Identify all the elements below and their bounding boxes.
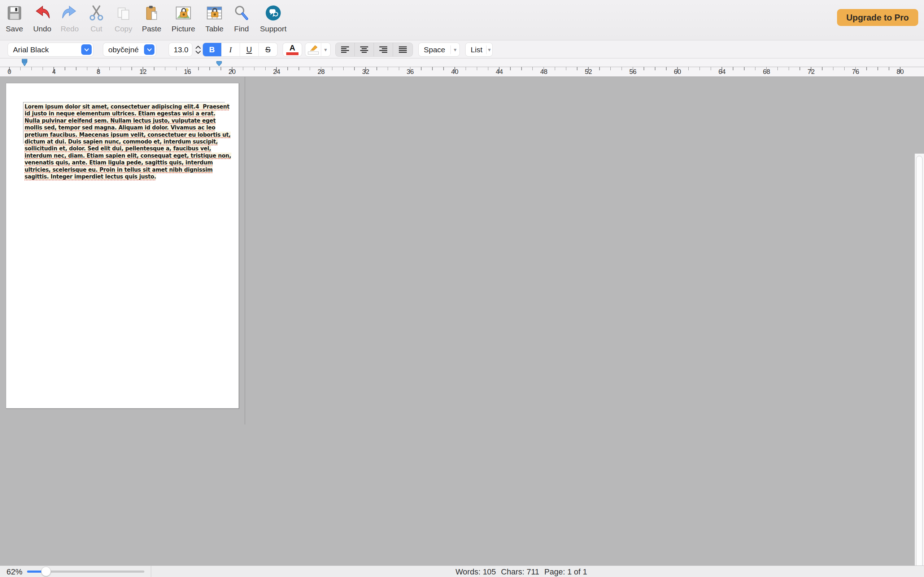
list-label: List (465, 45, 486, 54)
document-line: sagittis. Integer imperdiet lectus quis … (24, 174, 231, 180)
horizontal-ruler: 048121620242832364044485256606468727680 (0, 58, 924, 77)
list-dropdown[interactable]: List ▾ (465, 43, 492, 56)
align-justify-button[interactable] (393, 43, 412, 56)
strikethrough-button[interactable]: S (259, 43, 278, 56)
ruler-label: 64 (718, 68, 725, 76)
clipboard-icon (142, 3, 161, 23)
save-label: Save (6, 24, 23, 33)
right-indent-marker[interactable] (216, 61, 222, 66)
undo-arrow-icon (33, 3, 52, 23)
indent-marker[interactable] (21, 59, 28, 67)
align-left-button[interactable] (336, 43, 355, 56)
support-label: Support (260, 24, 287, 33)
ruler-label: 76 (852, 68, 859, 76)
undo-label: Undo (33, 24, 51, 33)
font-name-select[interactable]: Arial Black (8, 43, 93, 56)
find-label: Find (234, 24, 249, 33)
space-dropdown[interactable]: Space ▾ (419, 43, 459, 56)
ruler-label: 20 (228, 68, 236, 76)
align-right-icon (379, 46, 388, 54)
status-bar: 62% Words: 105 Chars: 711 Page: 1 of 1 (0, 566, 924, 577)
format-toolbar: Arial Black obyčejné 13.0 B I U S A ▾ (0, 40, 924, 58)
space-label: Space (419, 45, 451, 54)
ruler-label: 4 (52, 68, 56, 76)
redo-label: Redo (61, 24, 79, 33)
underline-button[interactable]: U (240, 43, 259, 56)
ruler-label: 52 (585, 68, 592, 76)
document-line: pretium faucibus. Maecenas ipsum velit, … (24, 132, 231, 139)
document-text[interactable]: Lorem ipsum dolor sit amet, consectetuer… (24, 103, 231, 180)
find-button[interactable]: Find (224, 3, 259, 33)
chevron-up-icon (195, 45, 201, 49)
align-right-button[interactable] (374, 43, 393, 56)
alignment-group (336, 43, 412, 56)
chevron-down-icon (195, 50, 201, 55)
ruler-label: 72 (808, 68, 815, 76)
highlighter-icon (305, 43, 321, 56)
main-toolbar: Save Undo Redo Cut Copy Paste Pi (0, 0, 924, 40)
bold-button[interactable]: B (203, 43, 221, 56)
font-color-swatch (286, 52, 299, 55)
scissors-icon (87, 3, 106, 23)
char-count: Chars: 711 (501, 567, 539, 577)
picture-button[interactable]: Picture (166, 3, 201, 33)
ruler-label: 44 (496, 68, 503, 76)
copy-pages-icon (114, 3, 133, 23)
ruler-label: 24 (273, 68, 280, 76)
document-workspace: Lorem ipsum dolor sit amet, consectetuer… (0, 77, 924, 566)
upgrade-to-pro-button[interactable]: Upgrade to Pro (837, 9, 918, 26)
italic-button[interactable]: I (221, 43, 241, 56)
document-line: Lorem ipsum dolor sit amet, consectetuer… (24, 103, 231, 110)
ruler-label: 80 (897, 68, 904, 76)
list-dropdown-arrow[interactable]: ▾ (486, 47, 492, 53)
ruler-label: 48 (540, 68, 548, 76)
ruler-label: 36 (407, 68, 414, 76)
chevron-down-icon[interactable] (144, 44, 155, 55)
font-size-stepper[interactable] (194, 43, 203, 56)
table-label: Table (205, 24, 223, 33)
redo-arrow-icon (60, 3, 79, 23)
document-page[interactable]: Lorem ipsum dolor sit amet, consectetuer… (6, 83, 239, 409)
align-center-button[interactable] (355, 43, 374, 56)
zoom-slider-thumb[interactable] (41, 567, 51, 576)
paste-button[interactable]: Paste (134, 3, 169, 33)
word-count: Words: 105 (456, 567, 496, 577)
magnifier-icon (232, 3, 251, 23)
highlight-dropdown-arrow[interactable]: ▾ (321, 47, 330, 53)
document-line: interdum nec, diam. Etiam sapien elit, c… (24, 153, 231, 160)
paste-label: Paste (142, 24, 162, 33)
support-button[interactable]: Support (256, 3, 291, 33)
zoom-level: 62% (6, 567, 23, 577)
text-frame-border (23, 102, 225, 102)
cut-label: Cut (90, 24, 102, 33)
font-size-input[interactable]: 13.0 (169, 43, 192, 56)
highlight-button[interactable]: ▾ (305, 43, 330, 56)
table-locked-icon (205, 3, 224, 23)
font-size-value: 13.0 (169, 45, 192, 54)
document-line: Nulla pulvinar eleifend sem. Nullam lect… (24, 118, 231, 124)
vertical-scrollbar[interactable] (914, 154, 924, 577)
align-left-icon (340, 46, 350, 54)
document-line: dictum at dui. Duis sapien nunc, commodo… (24, 139, 231, 145)
ruler-label: 8 (97, 68, 100, 76)
font-color-letter: A (289, 44, 295, 52)
font-name-value: Arial Black (8, 45, 81, 54)
ruler-label: 0 (8, 68, 11, 76)
space-dropdown-arrow[interactable]: ▾ (451, 47, 459, 53)
document-line: id justo in neque elementum ultrices. Et… (24, 110, 231, 117)
font-color-button[interactable]: A (283, 43, 302, 56)
text-frame-border (23, 102, 23, 143)
document-line: sollicitudin et, dolor. Sed elit dui, pe… (24, 145, 231, 152)
align-justify-icon (398, 46, 407, 54)
scrollbar-thumb[interactable] (916, 156, 922, 577)
font-style-select[interactable]: obyčejné (103, 43, 156, 56)
font-style-value: obyčejné (103, 45, 144, 54)
picture-label: Picture (171, 24, 195, 33)
support-chat-icon (264, 3, 283, 23)
document-line: venenatis quis, ante. Etiam ligula pede,… (24, 160, 231, 166)
ruler-label: 16 (184, 68, 191, 76)
ruler-label: 56 (630, 68, 637, 76)
document-line: mollis sed, tempor sed magna. Aliquam id… (24, 124, 231, 131)
chevron-down-icon[interactable] (81, 44, 92, 55)
document-line: ultricies, scelerisque eu. Proin in tell… (24, 167, 231, 174)
